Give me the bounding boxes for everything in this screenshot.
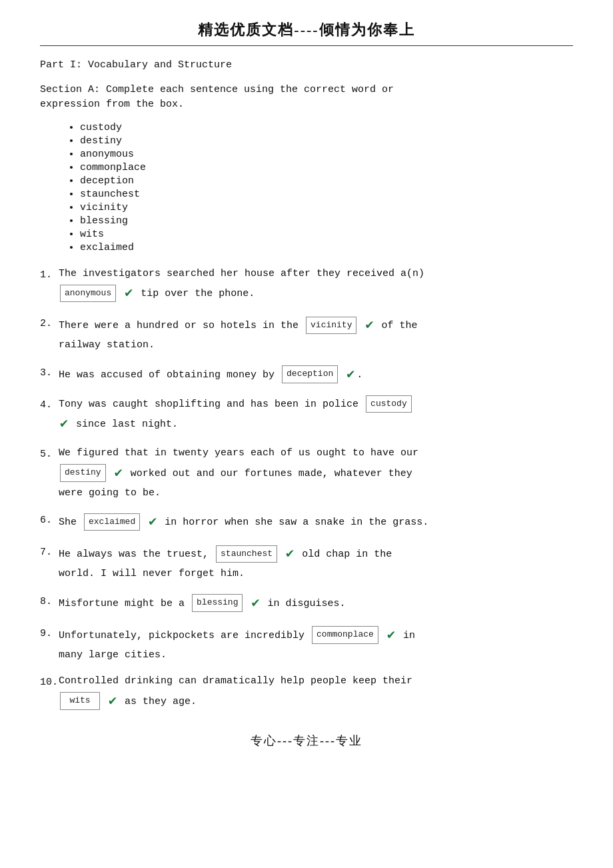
- q9-checkmark: ✔: [387, 624, 395, 647]
- header-title: 精选优质文档----倾情为你奉上: [40, 20, 573, 40]
- q5-checkmark: ✔: [115, 462, 123, 485]
- q3-checkmark: ✔: [346, 363, 354, 386]
- q2-checkmark: ✔: [366, 314, 374, 337]
- q7-text: He always was the truest, staunchest ✔ o…: [59, 543, 573, 583]
- q10-answer: wits: [60, 692, 100, 709]
- q6-answer: exclaimed: [84, 513, 140, 531]
- q4-checkmark: ✔: [60, 413, 68, 435]
- q7-answer: staunchest: [216, 545, 277, 563]
- q2-answer: vicinity: [306, 317, 356, 334]
- q8-number: 8.: [40, 592, 59, 611]
- q6-checkmark: ✔: [149, 511, 157, 533]
- word-item: staunchest: [80, 189, 573, 200]
- q3-text: He was accused of obtaining money by dec…: [59, 363, 573, 386]
- word-item: deception: [80, 175, 573, 187]
- q1-number: 1.: [40, 265, 59, 284]
- question-6: 6. She exclaimed ✔ in horror when she sa…: [40, 511, 573, 533]
- question-8: 8. Misfortune might be a blessing ✔ in d…: [40, 592, 573, 615]
- q6-text: She exclaimed ✔ in horror when she saw a…: [59, 511, 573, 533]
- footer-title: 专心---专注---专业: [40, 733, 573, 749]
- question-7: 7. He always was the truest, staunchest …: [40, 543, 573, 583]
- question-3: 3. He was accused of obtaining money by …: [40, 363, 573, 386]
- word-item: blessing: [80, 215, 573, 227]
- part-heading: Part I: Vocabulary and Structure: [40, 58, 573, 73]
- word-list: custody destiny anonymous commonplace de…: [67, 122, 573, 253]
- q10-checkmark: ✔: [109, 690, 117, 713]
- header-divider: [40, 45, 573, 46]
- word-item: custody: [80, 122, 573, 133]
- q8-checkmark: ✔: [251, 592, 259, 615]
- word-item: exclaimed: [80, 242, 573, 253]
- question-10: 10. Controlled drinking can dramatically…: [40, 673, 573, 713]
- q2-number: 2.: [40, 314, 59, 333]
- section-a-heading: Section A: Complete each sentence using …: [40, 83, 573, 113]
- q7-checkmark: ✔: [286, 543, 294, 565]
- q4-text: Tony was caught shoplifting and has been…: [59, 395, 573, 436]
- q1-answer: anonymous: [60, 285, 116, 302]
- q8-answer: blessing: [192, 594, 243, 611]
- word-item: wits: [80, 229, 573, 240]
- q3-number: 3.: [40, 363, 59, 382]
- question-5: 5. We figured that in twenty years each …: [40, 445, 573, 501]
- q8-text: Misfortune might be a blessing ✔ in disg…: [59, 592, 573, 615]
- q4-answer: custody: [366, 395, 412, 413]
- q9-text: Unfortunately, pickpockets are incredibl…: [59, 624, 573, 664]
- word-item: destiny: [80, 135, 573, 147]
- word-item: anonymous: [80, 149, 573, 160]
- q4-number: 4.: [40, 395, 59, 414]
- q6-number: 6.: [40, 511, 59, 529]
- q5-text: We figured that in twenty years each of …: [59, 445, 573, 501]
- q5-number: 5.: [40, 445, 59, 463]
- q2-text: There were a hundred or so hotels in the…: [59, 314, 573, 354]
- q10-number: 10.: [40, 673, 59, 691]
- q7-number: 7.: [40, 543, 59, 561]
- q10-text: Controlled drinking can dramatically hel…: [59, 673, 573, 713]
- q1-text: The investigators searched her house aft…: [59, 265, 573, 305]
- questions-section: 1. The investigators searched her house …: [40, 265, 573, 713]
- page: 精选优质文档----倾情为你奉上 Part I: Vocabulary and …: [0, 0, 613, 868]
- q9-answer: commonplace: [312, 626, 378, 643]
- q9-number: 9.: [40, 624, 59, 643]
- q5-answer: destiny: [60, 464, 106, 481]
- question-4: 4. Tony was caught shoplifting and has b…: [40, 395, 573, 436]
- q1-checkmark: ✔: [125, 282, 133, 305]
- word-box: custody destiny anonymous commonplace de…: [67, 122, 573, 253]
- question-1: 1. The investigators searched her house …: [40, 265, 573, 305]
- word-item: commonplace: [80, 162, 573, 173]
- question-2: 2. There were a hundred or so hotels in …: [40, 314, 573, 354]
- question-9: 9. Unfortunately, pickpockets are incred…: [40, 624, 573, 664]
- q3-answer: deception: [282, 365, 338, 383]
- word-item: vicinity: [80, 202, 573, 213]
